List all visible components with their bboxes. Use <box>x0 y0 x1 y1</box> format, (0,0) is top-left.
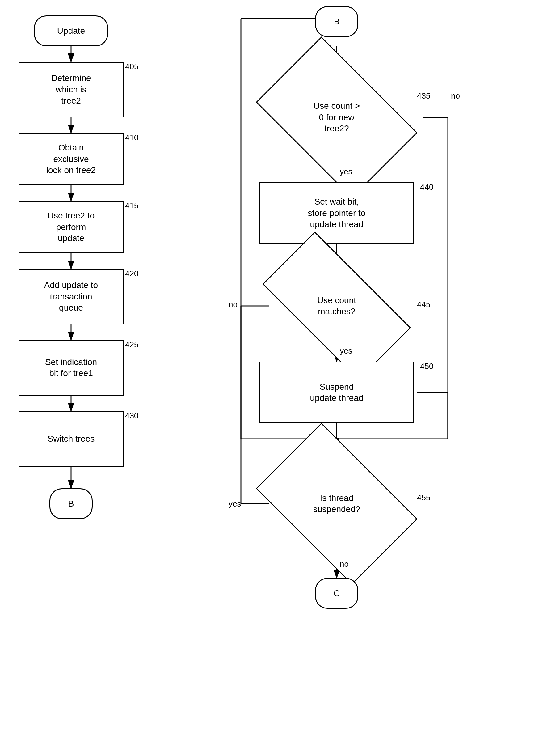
box-420: Add update totransactionqueue <box>19 269 123 324</box>
start-update: Update <box>34 16 108 46</box>
diamond-455: Is threadsuspended? <box>256 423 417 584</box>
box-450: Suspendupdate thread <box>260 362 414 423</box>
label-435: 435 <box>417 91 430 101</box>
start-b-right: B <box>315 6 358 37</box>
label-no-445: no <box>229 300 238 309</box>
label-420: 420 <box>125 269 138 279</box>
end-b-left: B <box>50 488 93 519</box>
label-410: 410 <box>125 133 138 142</box>
label-no-455: no <box>340 560 349 569</box>
end-c: C <box>315 578 358 609</box>
box-405: Determinewhich istree2 <box>19 62 123 117</box>
box-410: Obtainexclusivelock on tree2 <box>19 133 123 185</box>
label-450: 450 <box>420 362 433 371</box>
box-440: Set wait bit,store pointer toupdate thre… <box>260 182 414 244</box>
label-430: 430 <box>125 411 138 421</box>
label-yes-435: yes <box>340 167 352 176</box>
box-415: Use tree2 toperformupdate <box>19 201 123 253</box>
box-425: Set indicationbit for tree1 <box>19 340 123 396</box>
label-425: 425 <box>125 340 138 349</box>
label-445: 445 <box>417 300 430 309</box>
diamond-435: Use count >0 for newtree2? <box>256 36 417 198</box>
label-yes-455: yes <box>229 499 241 509</box>
label-440: 440 <box>420 182 433 192</box>
label-yes-445: yes <box>340 346 352 356</box>
diamond-445: Use countmatches? <box>263 232 411 380</box>
label-455: 455 <box>417 493 430 503</box>
label-no-435: no <box>451 91 460 101</box>
flowchart-diagram: Update Determinewhich istree2 405 Obtain… <box>0 0 560 746</box>
box-430: Switch trees <box>19 411 123 467</box>
label-415: 415 <box>125 201 138 210</box>
label-405: 405 <box>125 62 138 71</box>
